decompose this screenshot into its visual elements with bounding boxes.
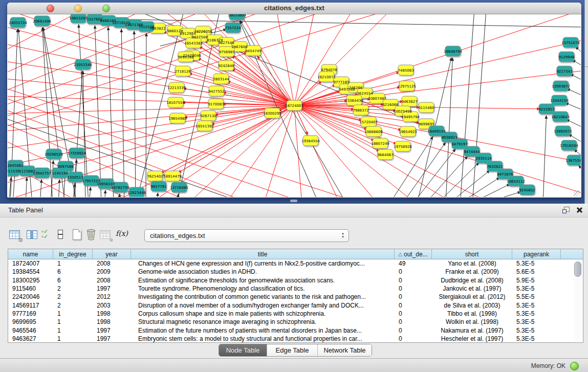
graph-node-label: 20691406	[33, 19, 51, 24]
create-column-button[interactable]	[71, 228, 84, 242]
table-row[interactable]: 2242004622012Investigating the contribut…	[8, 293, 583, 301]
cell-title: Genome-wide association studies in ADHD.	[131, 268, 395, 275]
graph-node-label: 3911539	[8, 169, 20, 173]
cell-out-de-: 0	[395, 335, 432, 342]
tab-node-table[interactable]: Node Table	[219, 344, 267, 356]
cell-pagerank: 5.3E-5	[512, 302, 561, 309]
graph-node-label: 6794078	[321, 68, 337, 72]
select-columns-button[interactable]: ▫✓▫✓	[41, 228, 54, 242]
graph-node-label: 20206526	[45, 152, 63, 157]
collapsed-side-panel[interactable]	[584, 0, 588, 204]
table-panel-header: Table Panel	[0, 204, 588, 217]
table-row[interactable]: 1872400712008Changes of HCN gene express…	[8, 259, 583, 268]
cell-title: Embryonic stem cells: a model to study s…	[131, 335, 395, 342]
table-row[interactable]: 1830029562008Estimation of significance …	[8, 276, 583, 285]
cell-in-degree: 1	[53, 260, 93, 267]
tab-network-table[interactable]: Network Table	[318, 344, 372, 356]
scrollbar-thumb[interactable]	[574, 261, 581, 277]
graph-node-label: 19756928	[394, 145, 412, 149]
graph-node-label: 9215953	[538, 107, 554, 112]
graph-node-label: 16210072	[317, 75, 336, 79]
graph-node-label: 7485063	[398, 69, 413, 73]
function-builder-button[interactable]: f(x)	[116, 229, 128, 237]
vertical-scrollbar[interactable]	[574, 260, 581, 342]
float-panel-icon[interactable]	[562, 207, 570, 213]
graph-node-label: 16648794	[444, 50, 462, 54]
table-body: 1872400712008Changes of HCN gene express…	[8, 259, 583, 343]
table-row[interactable]: 969969511998Structural magnetic resonanc…	[8, 318, 583, 326]
close-panel-icon[interactable]	[576, 206, 583, 213]
cell-year: 1997	[93, 285, 131, 292]
graph-node-label: 3624554	[357, 92, 373, 96]
column-header-year[interactable]: year	[93, 249, 131, 259]
graph-node-label: 7515526	[138, 25, 155, 29]
show-columns-button[interactable]	[26, 228, 39, 242]
table-panel: Table Panel ⚙ ▫✓▫✓ ⊗	[0, 204, 588, 358]
window-resize-grip[interactable]	[574, 190, 580, 196]
column-header-pagerank[interactable]: pagerank	[512, 249, 561, 259]
table-row[interactable]: 946362711997Embryonic stem cells: a mode…	[8, 335, 583, 343]
cell-pagerank: 5.5E-5	[512, 293, 561, 300]
table-type-tabs: Node TableEdge TableNetwork Table	[219, 344, 372, 357]
graph-node-label: 7357224	[225, 26, 241, 30]
cell-in-degree: 1	[53, 318, 93, 325]
cell-pagerank: 5.3E-5	[512, 285, 561, 292]
delete-badge-icon: ⊗	[109, 237, 113, 243]
graph-node-label: 9777169	[333, 80, 349, 84]
delete-table-button[interactable]: ⊗	[99, 228, 112, 242]
graph-node-label: 2867608	[231, 45, 247, 49]
table-row[interactable]: 1938455462009Genome-wide association stu…	[8, 268, 583, 276]
graph-node-label: 2718126	[175, 70, 191, 74]
cell-year: 2008	[93, 277, 131, 284]
table-row[interactable]: 977716911998Corpus callosum shape and si…	[8, 310, 583, 318]
column-header-name[interactable]: name	[8, 249, 53, 259]
table-selector-dropdown[interactable]: citations_edges.txt ▲▼	[144, 229, 349, 242]
graph-node-label: 6216066	[382, 103, 399, 107]
cell-in-degree: 2	[53, 293, 93, 300]
checkmarks-icon: ▫✓▫✓	[41, 229, 48, 239]
graph-node-label: 9245652	[519, 188, 535, 192]
column-header-out-de-[interactable]: △out_de...	[395, 249, 432, 259]
cell-year: 2008	[93, 260, 131, 267]
table-selector-value: citations_edges.txt	[150, 232, 205, 239]
network-window-titlebar[interactable]: citations_edges.txt	[7, 3, 581, 14]
graph-node-label: 12923448	[127, 191, 146, 195]
graph-node-label: 16033809	[228, 14, 246, 17]
column-header-in-degree[interactable]: in_degree	[53, 249, 93, 259]
table-mode-button[interactable]: ⚙	[8, 228, 21, 242]
graph-node-label: 16782759	[111, 186, 129, 190]
graph-node-label: 18300295	[263, 112, 281, 116]
cell-out-de-: 0	[395, 327, 432, 334]
graph-node-label: 23364436	[345, 99, 363, 103]
network-canvas[interactable]: 1872400718300295193845546794078162100729…	[8, 14, 581, 197]
citation-network-graph[interactable]: 1872400718300295193845546794078162100729…	[8, 14, 581, 197]
split-pane-grip[interactable]	[290, 200, 297, 202]
cell-in-degree: 2	[53, 302, 93, 309]
graph-node-label: 9267130	[200, 114, 216, 118]
graph-node-label: 2935114	[475, 157, 492, 161]
row-height-button[interactable]	[54, 228, 68, 242]
graph-node-label: 10653287	[69, 16, 88, 20]
new-document-icon	[73, 229, 81, 240]
table-row[interactable]: 911546021997Tourette syndrome. Phenomeno…	[8, 285, 583, 293]
graph-node-label: 2803144	[213, 77, 229, 81]
table-panel-title: Table Panel	[8, 206, 43, 214]
graph-node-label: 8938923	[441, 136, 457, 140]
column-header-short[interactable]: short	[432, 249, 512, 259]
tab-edge-table[interactable]: Edge Table	[267, 344, 318, 356]
cell-name: 9699695	[8, 318, 53, 325]
cell-title: Tourette syndrome. Phenomenology and cla…	[131, 285, 395, 292]
table-row[interactable]: 1456911722003Disruption of a novel membe…	[8, 301, 583, 309]
delete-column-button[interactable]	[85, 228, 98, 242]
graph-node-label: 10688609	[364, 130, 383, 134]
cell-short: Jankovic et al. (1997)	[432, 285, 512, 292]
cell-out-de-: 0	[395, 310, 432, 317]
graph-node-label: 16543382	[184, 41, 203, 46]
cell-name: 9463627	[8, 335, 53, 342]
table-row[interactable]: 946554611997Estimation of the future num…	[8, 326, 583, 334]
table-header-row: namein_degreeyeartitle△out_de...shortpag…	[8, 249, 583, 259]
cell-name: 14569117	[8, 302, 53, 309]
graph-node-label: 9242848	[218, 64, 234, 68]
cell-year: 2003	[93, 302, 131, 309]
column-header-title[interactable]: title	[131, 249, 395, 259]
